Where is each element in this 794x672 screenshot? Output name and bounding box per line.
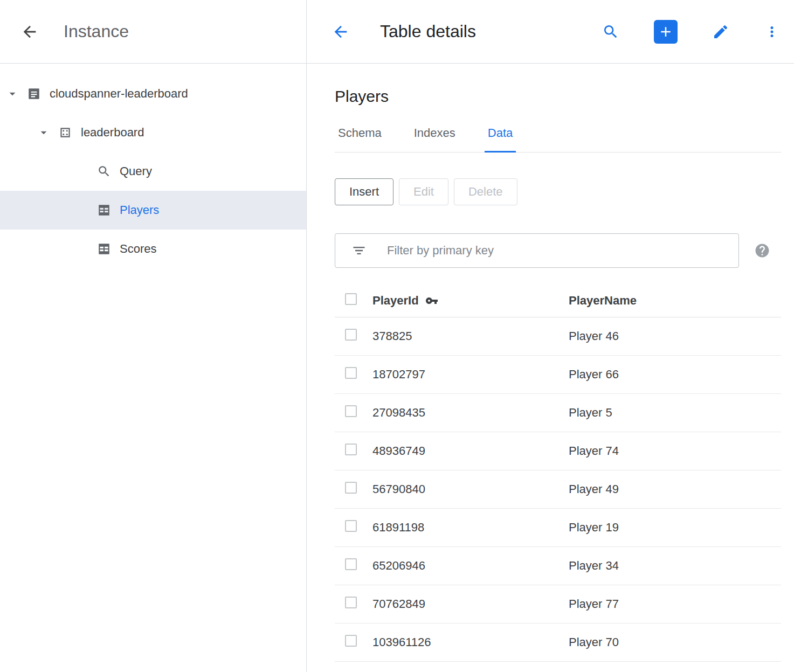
tree-item-label: Scores [120,242,156,256]
main-panel: Table details Players Schema Indexes Dat… [307,0,794,672]
player-name-cell: Player 46 [569,329,781,343]
table-title: Players [335,87,781,106]
row-checkbox[interactable] [345,444,357,455]
back-icon[interactable] [20,23,39,41]
tab-schema[interactable]: Schema [335,126,385,153]
page-title: Table details [380,22,476,41]
player-name-cell: Player 74 [569,444,781,458]
table-icon [97,203,111,217]
query-icon [97,164,111,178]
player-name-cell: Player 49 [569,482,781,496]
column-header-playername[interactable]: PlayerName [569,294,781,308]
table-icon [97,242,111,256]
filter-icon [351,243,367,258]
resource-tree: cloudspanner-leaderboard leaderboard Que… [0,64,306,268]
player-name-cell: Player 77 [569,597,781,611]
tree-item-label: cloudspanner-leaderboard [50,87,188,101]
filter-input[interactable] [386,243,729,258]
tree-item-label: Query [120,164,152,178]
row-checkbox[interactable] [345,329,357,341]
player-id-cell: 378825 [372,329,569,343]
table-row[interactable]: 378825 Player 46 [335,317,781,356]
tree-item-instance[interactable]: cloudspanner-leaderboard [0,74,306,113]
row-checkbox[interactable] [345,482,357,494]
plus-icon [658,24,674,40]
table-details-content: Players Schema Indexes Data Insert Edit … [307,64,794,662]
edit-button[interactable]: Edit [399,178,448,205]
search-icon[interactable] [602,23,619,40]
tree-item-scores[interactable]: Scores [0,230,306,268]
row-actions: Insert Edit Delete [335,178,781,205]
filter-row [335,233,781,268]
table-row[interactable]: 18702797 Player 66 [335,356,781,394]
instance-icon [27,87,41,101]
tab-data[interactable]: Data [485,126,516,153]
edit-pencil-icon[interactable] [712,23,729,40]
player-id-cell: 27098435 [372,406,569,420]
table-row[interactable]: 27098435 Player 5 [335,394,781,432]
player-id-cell: 61891198 [372,521,569,535]
row-checkbox[interactable] [345,558,357,570]
topbar-actions [602,20,786,44]
column-header-playerid[interactable]: PlayerId [372,294,419,308]
table-row[interactable]: 70762849 Player 77 [335,585,781,623]
tree-item-players[interactable]: Players [0,191,306,230]
filter-box [335,233,739,268]
tree-item-label: Players [120,203,159,217]
row-checkbox[interactable] [345,405,357,417]
player-name-cell: Player 70 [569,635,781,649]
player-name-cell: Player 66 [569,368,781,382]
player-name-cell: Player 5 [569,406,781,420]
topbar: Table details [307,0,794,64]
caret-down-icon[interactable] [5,87,19,101]
player-id-cell: 65206946 [372,559,569,573]
tree-item-query[interactable]: Query [0,152,306,191]
tree-item-database[interactable]: leaderboard [0,113,306,152]
help-icon[interactable] [754,243,770,259]
player-id-cell: 103961126 [372,635,569,649]
table-row[interactable]: 48936749 Player 74 [335,432,781,470]
row-checkbox[interactable] [345,367,357,379]
player-name-cell: Player 19 [569,521,781,535]
add-button[interactable] [654,20,678,44]
row-checkbox[interactable] [345,597,357,608]
tab-bar: Schema Indexes Data [335,126,781,153]
player-id-cell: 70762849 [372,597,569,611]
more-menu-icon[interactable] [764,24,780,40]
row-checkbox[interactable] [345,520,357,532]
player-name-cell: Player 34 [569,559,781,573]
insert-button[interactable]: Insert [335,178,393,205]
player-id-cell: 18702797 [372,368,569,382]
table-row[interactable]: 103961126 Player 70 [335,623,781,662]
player-id-cell: 56790840 [372,482,569,496]
data-table: PlayerId PlayerName 378825 Player 46 187… [335,284,781,662]
table-row[interactable]: 61891198 Player 19 [335,509,781,547]
sidebar-title: Instance [64,22,129,41]
back-icon[interactable] [332,23,350,41]
delete-button[interactable]: Delete [454,178,517,205]
database-icon [58,126,72,140]
caret-down-icon[interactable] [37,126,51,140]
key-icon [425,294,438,307]
sidebar-header: Instance [0,0,306,64]
table-row[interactable]: 65206946 Player 34 [335,547,781,585]
select-all-checkbox[interactable] [345,293,357,305]
tab-indexes[interactable]: Indexes [411,126,459,153]
table-row[interactable]: 56790840 Player 49 [335,470,781,509]
tree-item-label: leaderboard [81,126,144,140]
row-checkbox[interactable] [345,635,357,647]
player-id-cell: 48936749 [372,444,569,458]
table-header-row: PlayerId PlayerName [335,284,781,317]
sidebar: Instance cloudspanner-leaderboard leader… [0,0,307,672]
